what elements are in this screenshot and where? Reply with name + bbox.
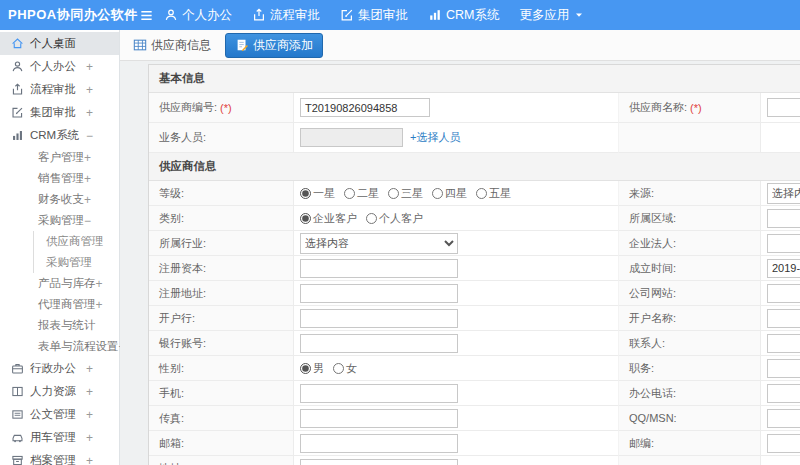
mobile-input[interactable] xyxy=(300,384,458,403)
sidebar-item-supplier-mgmt[interactable]: 供应商管理 xyxy=(33,231,119,252)
sidebar-item-personal-office[interactable]: 个人办公+ xyxy=(0,55,119,78)
level-radio-1[interactable]: 二星 xyxy=(344,186,379,201)
address-input[interactable] xyxy=(300,459,458,465)
tab-supplier-add[interactable]: 供应商添加 xyxy=(225,33,323,58)
industry-select[interactable]: 选择内容 xyxy=(300,233,458,254)
contact-input[interactable] xyxy=(767,334,800,353)
level-radio-0[interactable]: 一星 xyxy=(300,186,335,201)
level-radio-4[interactable]: 五星 xyxy=(476,186,511,201)
form-row: 注册地址:公司网站: xyxy=(149,281,800,306)
bank-input[interactable] xyxy=(300,309,458,328)
email-input[interactable] xyxy=(300,434,458,453)
sidebar-item-agent-mgmt[interactable]: 代理商管理+ xyxy=(0,294,119,315)
level-radio-input[interactable] xyxy=(388,188,399,199)
legal-person-input[interactable] xyxy=(767,234,800,253)
qq-msn-input[interactable] xyxy=(767,409,800,428)
expand-icon[interactable]: + xyxy=(96,298,103,312)
expand-icon[interactable]: + xyxy=(84,151,91,165)
expand-icon[interactable]: + xyxy=(84,193,91,207)
expand-icon[interactable]: + xyxy=(86,60,93,74)
account-name-input[interactable] xyxy=(767,309,800,328)
expand-icon[interactable]: + xyxy=(86,106,93,120)
field-label xyxy=(619,123,761,153)
bank-account-input[interactable] xyxy=(300,334,458,353)
nav-item-0[interactable]: 个人办公 xyxy=(164,7,232,24)
sidebar-item-sales-mgmt[interactable]: 销售管理+ xyxy=(0,168,119,189)
collapse-icon[interactable]: − xyxy=(86,129,93,143)
level-radio-2[interactable]: 三星 xyxy=(388,186,423,201)
sidebar-item-reports[interactable]: 报表与统计 xyxy=(0,315,119,336)
category-radio-input[interactable] xyxy=(366,213,377,224)
office-phone-input[interactable] xyxy=(767,384,800,403)
sidebar-item-finance[interactable]: 财务收支+ xyxy=(0,189,119,210)
expand-icon[interactable]: + xyxy=(86,83,93,97)
registered-capital-input[interactable] xyxy=(300,259,458,278)
expand-icon[interactable]: + xyxy=(86,431,93,445)
expand-icon[interactable]: + xyxy=(86,408,93,422)
sidebar-item-form-flow-settings[interactable]: 表单与流程设置+ xyxy=(0,336,119,357)
category-radio-1[interactable]: 个人客户 xyxy=(366,211,423,226)
nav-item-label: 流程审批 xyxy=(270,7,320,24)
level-radio-3[interactable]: 四星 xyxy=(432,186,467,201)
gender-radio-1[interactable]: 女 xyxy=(333,361,357,376)
field-cell: 选择内容 xyxy=(761,181,800,206)
supplier-name-input[interactable] xyxy=(767,98,800,117)
website-input[interactable] xyxy=(767,284,800,303)
nav-item-3[interactable]: CRM系统 xyxy=(428,7,499,24)
nav-item-4[interactable]: 更多应用 xyxy=(519,7,585,24)
expand-icon[interactable]: + xyxy=(84,172,91,186)
nav-item-1[interactable]: 流程审批 xyxy=(252,7,320,24)
sidebar-item-purchase-mgmt[interactable]: 采购管理− xyxy=(0,210,119,231)
level-radio-input[interactable] xyxy=(344,188,355,199)
field-cell xyxy=(294,306,619,331)
supplier-code-input[interactable] xyxy=(300,98,430,117)
gender-radio-0[interactable]: 男 xyxy=(300,361,324,376)
sidebar-item-hr[interactable]: 人力资源+ xyxy=(0,380,119,403)
source-select[interactable]: 选择内容 xyxy=(767,183,800,204)
gender-radio-input[interactable] xyxy=(333,363,344,374)
gender-radio-input[interactable] xyxy=(300,363,311,374)
nav-item-2[interactable]: 集团审批 xyxy=(340,7,408,24)
level-radio-input[interactable] xyxy=(432,188,443,199)
sidebar-item-label: 采购管理 xyxy=(38,213,84,228)
label-text: 所属行业: xyxy=(159,236,206,251)
sidebar-item-archive-mgmt[interactable]: 档案管理+ xyxy=(0,449,119,465)
app-logo[interactable]: PHPOA协同办公软件 xyxy=(0,6,128,24)
position-input[interactable] xyxy=(767,359,800,378)
sidebar-item-purchasing[interactable]: 采购管理 xyxy=(33,252,119,273)
sidebar-item-workflow-approval[interactable]: 流程审批+ xyxy=(0,78,119,101)
category-radio-0[interactable]: 企业客户 xyxy=(300,211,357,226)
nav-item-label: 个人办公 xyxy=(182,7,232,24)
tab-supplier-info[interactable]: 供应商信息 xyxy=(133,37,211,54)
sidebar-item-customer-mgmt[interactable]: 客户管理+ xyxy=(0,147,119,168)
sidebar-item-admin-office[interactable]: 行政办公+ xyxy=(0,357,119,380)
expand-icon[interactable]: + xyxy=(86,454,93,465)
sidebar-item-group-approval[interactable]: 集团审批+ xyxy=(0,101,119,124)
hamburger-icon[interactable] xyxy=(128,8,164,23)
business-person-input[interactable] xyxy=(300,128,403,147)
select-person-link[interactable]: +选择人员 xyxy=(410,130,460,145)
level-radio-input[interactable] xyxy=(300,188,311,199)
level-radio-input[interactable] xyxy=(476,188,487,199)
expand-icon[interactable]: + xyxy=(86,362,93,376)
region-input[interactable] xyxy=(767,209,800,228)
sidebar-item-vehicle-mgmt[interactable]: 用车管理+ xyxy=(0,426,119,449)
founded-date-input[interactable] xyxy=(767,259,800,278)
sidebar-item-crm-system[interactable]: CRM系统− xyxy=(0,124,119,147)
sidebar-item-product-inventory[interactable]: 产品与库存+ xyxy=(0,273,119,294)
zip-input[interactable] xyxy=(767,434,800,453)
collapse-icon[interactable]: − xyxy=(84,214,91,228)
expand-icon[interactable]: + xyxy=(86,385,93,399)
registered-address-input[interactable] xyxy=(300,284,458,303)
category-radio-input[interactable] xyxy=(300,213,311,224)
sidebar-item-label: 产品与库存 xyxy=(38,276,96,291)
form-row: 性别:男女职务: xyxy=(149,356,800,381)
sidebar-item-personal-desktop[interactable]: 个人桌面 xyxy=(0,32,119,55)
nav-item-label: 集团审批 xyxy=(358,7,408,24)
expand-icon[interactable]: + xyxy=(96,277,103,291)
label-text: 所属区域: xyxy=(629,211,676,226)
sidebar-item-document-mgmt[interactable]: 公文管理+ xyxy=(0,403,119,426)
form-row: 银行账号:联系人: xyxy=(149,331,800,356)
field-cell xyxy=(294,431,619,456)
fax-input[interactable] xyxy=(300,409,458,428)
